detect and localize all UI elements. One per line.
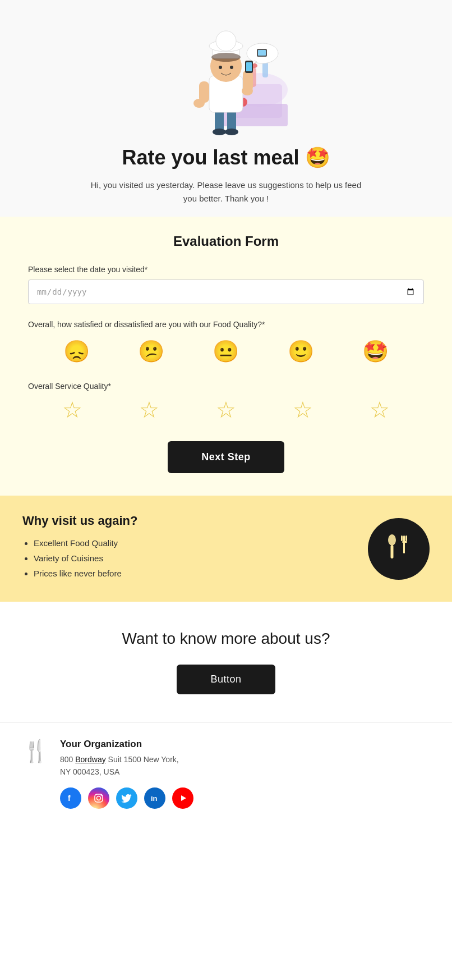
emoji-btn-2[interactable]: 😕 — [136, 337, 167, 366]
why-title: Why visit us again? — [22, 514, 351, 528]
why-section: Why visit us again? Excellent Food Quali… — [0, 496, 452, 602]
emoji-btn-3[interactable]: 😐 — [210, 337, 241, 366]
address-link[interactable]: Bordway — [75, 755, 105, 764]
svg-point-31 — [193, 99, 205, 108]
restaurant-icon — [368, 518, 430, 580]
svg-point-29 — [230, 66, 233, 69]
svg-text:f: f — [68, 794, 71, 803]
linkedin-icon[interactable]: in — [144, 787, 165, 809]
svg-rect-37 — [405, 535, 407, 541]
date-input-wrapper[interactable] — [28, 280, 424, 304]
why-content: Why visit us again? Excellent Food Quali… — [22, 514, 351, 584]
social-row: f in — [60, 787, 430, 809]
emoji-btn-4[interactable]: 🙂 — [285, 337, 316, 366]
star-btn-1[interactable]: ☆ — [62, 399, 82, 421]
eval-section: Evaluation Form Please select the date y… — [0, 217, 452, 496]
star-rating-row: ☆ ☆ ☆ ☆ ☆ — [28, 399, 424, 421]
service-quality-label: Overall Service Quality* — [28, 382, 424, 391]
why-item-3: Prices like never before — [34, 569, 351, 578]
svg-point-28 — [219, 66, 222, 69]
svg-rect-11 — [258, 50, 266, 56]
date-input[interactable] — [36, 287, 416, 297]
more-title: Want to know more about us? — [11, 630, 441, 648]
facebook-icon[interactable]: f — [60, 787, 81, 809]
footer-address: 800 Bordway Suit 1500 New York,NY 000423… — [60, 753, 430, 778]
emoji-rating-row: 😞 😕 😐 🙂 🤩 — [28, 337, 424, 366]
svg-rect-19 — [211, 77, 241, 112]
svg-rect-23 — [246, 62, 252, 71]
instagram-icon[interactable] — [88, 787, 109, 809]
page-wrapper: Rate you last meal 🤩 Hi, you visited us … — [0, 0, 452, 980]
svg-rect-39 — [403, 542, 405, 553]
svg-point-32 — [242, 86, 253, 95]
org-name: Your Organization — [60, 739, 430, 750]
more-section: Want to know more about us? Button — [0, 602, 452, 722]
star-btn-3[interactable]: ☆ — [216, 399, 236, 421]
star-btn-4[interactable]: ☆ — [293, 399, 313, 421]
footer: 🍴 Your Organization 800 Bordway Suit 150… — [0, 722, 452, 825]
svg-point-42 — [97, 796, 101, 800]
more-button[interactable]: Button — [177, 665, 275, 694]
footer-logo-icon: 🍴 — [22, 739, 49, 763]
svg-point-33 — [388, 534, 396, 546]
twitter-icon[interactable] — [116, 787, 137, 809]
emoji-btn-5[interactable]: 🤩 — [360, 337, 391, 366]
svg-marker-45 — [181, 795, 186, 801]
why-item-1: Excellent Food Quality — [34, 538, 351, 548]
star-btn-5[interactable]: ☆ — [370, 399, 390, 421]
eval-form-title: Evaluation Form — [28, 233, 424, 249]
why-list: Excellent Food Quality Variety of Cuisin… — [22, 538, 351, 578]
svg-point-43 — [101, 795, 102, 796]
why-item-2: Variety of Cuisines — [34, 553, 351, 563]
svg-point-27 — [216, 31, 236, 51]
date-label: Please select the date you visited* — [28, 265, 424, 274]
star-btn-2[interactable]: ☆ — [139, 399, 159, 421]
hero-section: Rate you last meal 🤩 Hi, you visited us … — [0, 0, 452, 217]
hero-subtitle: Hi, you visited us yesterday. Please lea… — [86, 178, 366, 205]
hero-title: Rate you last meal 🤩 — [11, 146, 441, 170]
footer-info: Your Organization 800 Bordway Suit 1500 … — [60, 739, 430, 809]
svg-rect-34 — [391, 545, 394, 558]
food-quality-label: Overall, how satisfied or dissatisfied a… — [28, 320, 424, 329]
youtube-icon[interactable] — [172, 787, 193, 809]
svg-point-15 — [225, 129, 238, 135]
svg-text:in: in — [151, 794, 158, 803]
svg-point-30 — [211, 53, 241, 62]
chef-illustration — [159, 17, 293, 140]
svg-point-14 — [213, 129, 226, 135]
next-step-button[interactable]: Next Step — [168, 441, 284, 473]
svg-rect-5 — [262, 62, 268, 77]
emoji-btn-1[interactable]: 😞 — [61, 337, 92, 366]
svg-rect-36 — [401, 535, 403, 541]
